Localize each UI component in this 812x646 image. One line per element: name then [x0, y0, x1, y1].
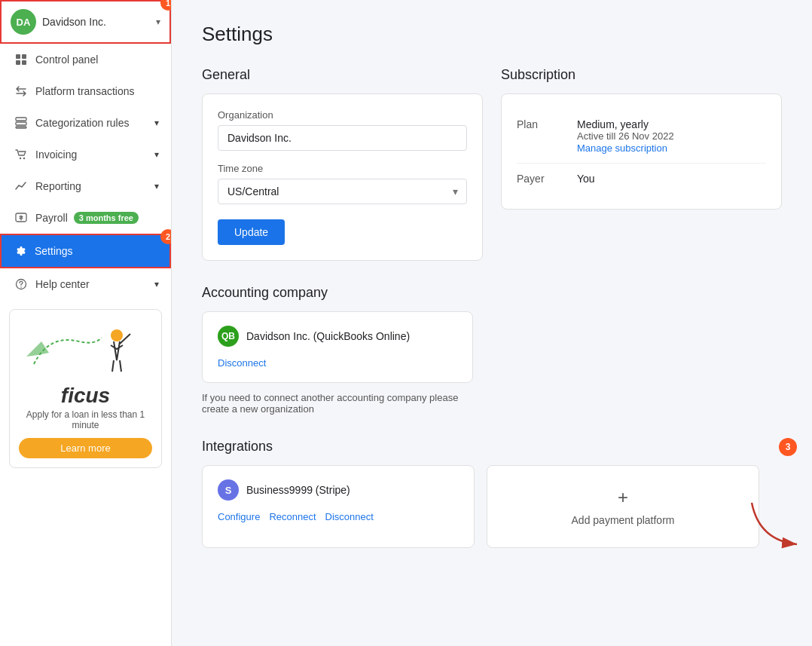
subscription-card: Plan Medium, yearly Active till 26 Nov 2… [501, 93, 782, 210]
settings-badge: 2 [160, 229, 172, 244]
stripe-integration-card: S Business9999 (Stripe) Configure Reconn… [202, 465, 475, 548]
ad-brand: ficus [19, 385, 152, 406]
org-field-label: Organization [218, 109, 467, 121]
chevron-icon: ▾ [154, 279, 159, 289]
svg-rect-3 [22, 60, 26, 65]
arrows-icon [14, 84, 28, 98]
plus-icon: + [618, 487, 628, 508]
payer-label: Payer [517, 173, 577, 185]
nav-item-categorization-rules[interactable]: Categorization rules ▾ [0, 107, 171, 139]
svg-point-7 [20, 158, 21, 159]
svg-point-8 [23, 158, 25, 159]
general-section-title: General [202, 67, 483, 83]
svg-point-11 [20, 286, 22, 288]
accounting-section: Accounting company QB Davidson Inc. (Qui… [202, 285, 782, 415]
svg-rect-6 [16, 127, 26, 128]
accounting-note: If you need to connect another accountin… [202, 392, 473, 415]
dollar-icon [14, 211, 28, 225]
integrations-section-title: Integrations [202, 439, 782, 455]
chevron-icon: ▾ [154, 118, 159, 128]
chart-icon [14, 179, 28, 193]
integrations-grid: S Business9999 (Stripe) Configure Reconn… [202, 465, 759, 548]
general-card: Organization Time zone US/Central Update [202, 93, 483, 261]
learn-more-button[interactable]: Learn more [19, 438, 152, 458]
add-platform-label: Add payment platform [572, 514, 675, 526]
integrations-section: Integrations S Business9999 (Stripe) Con… [202, 439, 782, 548]
disconnect-accounting-link[interactable]: Disconnect [218, 357, 457, 369]
nav-item-help-center[interactable]: Help center ▾ [0, 268, 171, 300]
svg-rect-4 [16, 118, 26, 121]
chevron-down-icon: ▾ [156, 17, 160, 27]
svg-rect-1 [22, 54, 26, 59]
chevron-icon: ▾ [154, 149, 159, 160]
page-title: Settings [202, 23, 782, 46]
org-avatar: DA [11, 9, 36, 35]
subscription-section-title: Subscription [501, 67, 782, 83]
timezone-select[interactable]: US/Central [218, 179, 467, 204]
org-name: Davidson Inc. [42, 16, 156, 28]
grid-icon [14, 53, 28, 66]
nav-item-invoicing[interactable]: Invoicing ▾ [0, 139, 171, 170]
accounting-card: QB Davidson Inc. (QuickBooks Online) Dis… [202, 311, 473, 383]
accounting-company-name: Davidson Inc. (QuickBooks Online) [246, 330, 410, 342]
stripe-icon: S [218, 479, 239, 501]
question-icon [14, 277, 28, 291]
payer-name: You [577, 173, 766, 185]
reconnect-link[interactable]: Reconnect [269, 511, 316, 522]
svg-rect-0 [16, 54, 20, 59]
svg-point-12 [111, 329, 123, 341]
accounting-section-title: Accounting company [202, 285, 782, 301]
add-payment-platform-card[interactable]: + Add payment platform [487, 465, 759, 548]
ad-tagline: Apply for a loan in less than 1 minute [19, 409, 152, 430]
nav-item-platform-transactions[interactable]: Platform transactions [0, 75, 171, 107]
main-content: Settings General Organization Time zone … [172, 0, 812, 646]
plan-active-date: Active till 26 Nov 2022 [577, 130, 766, 142]
update-button[interactable]: Update [218, 219, 285, 245]
plan-name: Medium, yearly [577, 118, 766, 130]
stripe-name: Business9999 (Stripe) [246, 484, 350, 496]
cart-icon [14, 148, 28, 161]
org-input[interactable] [218, 125, 467, 151]
sidebar: DA Davidson Inc. ▾ 1 Control panel Platf… [0, 0, 172, 646]
configure-link[interactable]: Configure [218, 511, 260, 522]
grid2-icon [14, 116, 28, 130]
nav-item-control-panel[interactable]: Control panel [0, 44, 171, 75]
disconnect-integration-link[interactable]: Disconnect [325, 511, 374, 522]
nav-item-reporting[interactable]: Reporting ▾ [0, 170, 171, 202]
nav-label: Help center [35, 278, 90, 290]
nav-item-payroll[interactable]: Payroll 3 months free [0, 202, 171, 234]
nav-label: Control panel [35, 54, 98, 66]
org-badge: 1 [160, 0, 172, 11]
gear-icon [14, 244, 27, 258]
tz-field-label: Time zone [218, 163, 467, 174]
nav-label: Reporting [35, 180, 81, 192]
nav-item-settings[interactable]: Settings 2 [0, 234, 171, 268]
annotation-badge-3: 3 [779, 438, 797, 456]
nav-label: Settings [35, 245, 73, 257]
payroll-promo-badge: 3 months free [74, 212, 139, 224]
nav-label: Platform transactions [35, 85, 135, 97]
manage-subscription-link[interactable]: Manage subscription [577, 142, 667, 154]
plan-label: Plan [517, 118, 577, 154]
quickbooks-icon: QB [218, 326, 239, 347]
nav-label: Categorization rules [35, 117, 130, 129]
nav-label: Invoicing [35, 148, 77, 161]
svg-rect-2 [16, 60, 20, 65]
sidebar-ad: ficus Apply for a loan in less than 1 mi… [9, 309, 162, 468]
org-header[interactable]: DA Davidson Inc. ▾ 1 [0, 0, 171, 44]
chevron-icon: ▾ [154, 181, 159, 191]
svg-rect-5 [16, 122, 26, 125]
nav-label: Payroll [35, 212, 68, 224]
